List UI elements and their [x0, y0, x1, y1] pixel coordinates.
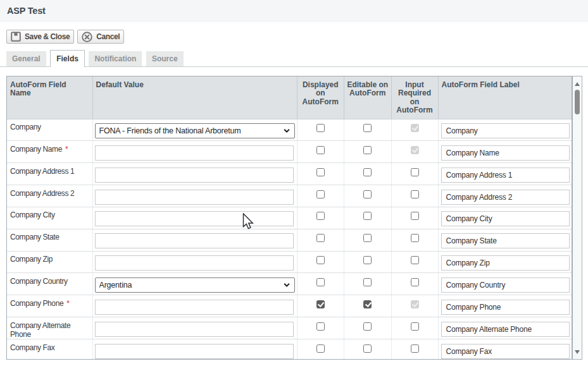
displayed-checkbox-cell [297, 185, 344, 207]
field-name-cell: Company Country [7, 273, 92, 295]
editable-checkbox[interactable] [363, 168, 372, 176]
input-required-checkbox[interactable] [411, 322, 419, 331]
field-name-text: Company Alternate Phone [10, 321, 70, 339]
displayed-checkbox[interactable] [316, 322, 325, 331]
col-header-field-name: AutoForm Field Name [7, 76, 92, 119]
input-required-checkbox[interactable] [411, 256, 419, 264]
default-value-input[interactable] [95, 300, 294, 315]
table-scrollbar[interactable] [572, 76, 582, 360]
displayed-checkbox[interactable] [316, 124, 325, 132]
displayed-checkbox-cell [297, 273, 344, 295]
editable-checkbox[interactable] [363, 278, 372, 286]
default-value-select[interactable]: FONA - Friends of the National Arboretum [95, 123, 295, 138]
field-name-cell: Company Zip [7, 251, 92, 273]
save-close-label: Save & Close [25, 32, 70, 41]
tab-general[interactable]: General [6, 51, 46, 66]
field-name-text: Company City [10, 210, 55, 219]
editable-checkbox[interactable] [363, 190, 372, 198]
displayed-checkbox[interactable] [316, 300, 325, 308]
input-required-checkbox[interactable] [411, 190, 419, 198]
cancel-label: Cancel [96, 32, 120, 41]
field-label-input[interactable] [441, 145, 570, 161]
page-title: ASP Test [7, 6, 46, 16]
field-label-input[interactable] [441, 123, 570, 138]
field-name-cell: Company Phone* [7, 295, 92, 317]
field-label-input[interactable] [441, 233, 570, 248]
input-required-checkbox-cell [391, 141, 438, 163]
displayed-checkbox[interactable] [316, 190, 325, 198]
default-value-select[interactable]: Argentina [95, 277, 295, 293]
field-label-input[interactable] [441, 211, 570, 226]
scrollbar-up-arrow-icon[interactable] [573, 79, 582, 89]
default-value-input[interactable] [95, 322, 294, 337]
input-required-checkbox-cell [391, 163, 438, 185]
editable-checkbox[interactable] [363, 146, 372, 154]
input-required-checkbox-cell [391, 229, 438, 251]
field-name-text: Company Country [10, 277, 68, 286]
editable-checkbox[interactable] [363, 124, 372, 132]
default-value-input[interactable] [95, 190, 294, 205]
input-required-checkbox[interactable] [411, 168, 419, 176]
displayed-checkbox[interactable] [316, 256, 325, 264]
displayed-checkbox[interactable] [316, 234, 325, 242]
input-required-checkbox [411, 300, 419, 308]
editable-checkbox[interactable] [363, 344, 372, 353]
default-value-input[interactable] [95, 168, 294, 183]
displayed-checkbox[interactable] [316, 168, 325, 176]
table-row: CompanyFONA - Friends of the National Ar… [7, 119, 572, 141]
table-row: Company Phone* [7, 295, 572, 317]
default-value-input[interactable] [95, 344, 294, 359]
tab-fields[interactable]: Fields [50, 50, 85, 67]
tab-source[interactable]: Source [146, 51, 184, 66]
field-name-text: Company Address 1 [10, 167, 74, 176]
default-value-input[interactable] [95, 211, 294, 226]
field-label-input[interactable] [441, 344, 570, 359]
fields-table-container: AutoForm Field Name Default Value Displa… [6, 76, 572, 360]
default-value-input[interactable] [95, 145, 294, 161]
editable-checkbox[interactable] [363, 300, 372, 308]
displayed-checkbox[interactable] [316, 212, 325, 220]
field-label-cell [438, 273, 572, 295]
cancel-button[interactable]: Cancel [77, 30, 124, 44]
field-name-cell: Company Name* [7, 141, 92, 163]
field-name-text: Company [10, 123, 41, 131]
field-label-input[interactable] [441, 277, 570, 293]
required-asterisk: * [66, 299, 69, 308]
displayed-checkbox[interactable] [316, 344, 325, 353]
displayed-checkbox[interactable] [316, 278, 325, 286]
field-label-input[interactable] [441, 300, 570, 315]
scrollbar-down-arrow-icon[interactable] [573, 347, 582, 357]
editable-checkbox-cell [344, 163, 392, 185]
editable-checkbox[interactable] [363, 212, 372, 220]
displayed-checkbox-cell [297, 119, 344, 141]
input-required-checkbox[interactable] [411, 344, 419, 353]
editable-checkbox[interactable] [363, 322, 372, 331]
toolbar: Save & Close Cancel [6, 30, 124, 44]
default-value-input[interactable] [95, 255, 294, 271]
save-close-button[interactable]: Save & Close [6, 30, 74, 44]
field-label-input[interactable] [441, 255, 570, 271]
field-label-cell [438, 119, 572, 141]
field-name-text: Company Address 2 [10, 189, 74, 198]
displayed-checkbox[interactable] [316, 146, 325, 154]
scrollbar-thumb[interactable] [575, 90, 580, 114]
editable-checkbox[interactable] [363, 256, 372, 264]
input-required-checkbox-cell [391, 119, 438, 141]
input-required-checkbox[interactable] [411, 234, 419, 242]
editable-checkbox[interactable] [363, 234, 372, 242]
table-row: Company City [7, 207, 572, 229]
field-label-input[interactable] [441, 168, 570, 183]
default-value-input[interactable] [95, 233, 294, 248]
field-label-cell [438, 229, 572, 251]
displayed-checkbox-cell [297, 163, 344, 185]
input-required-checkbox-cell [391, 317, 438, 339]
table-header-row: AutoForm Field Name Default Value Displa… [7, 76, 572, 119]
input-required-checkbox[interactable] [411, 212, 419, 220]
tab-notification[interactable]: Notification [89, 51, 142, 66]
field-label-cell [438, 251, 572, 273]
field-label-input[interactable] [441, 322, 570, 337]
field-name-cell: Company Alternate Phone [7, 317, 92, 339]
field-label-input[interactable] [441, 190, 570, 205]
field-name-cell: Company State [7, 229, 92, 251]
input-required-checkbox[interactable] [411, 278, 419, 286]
